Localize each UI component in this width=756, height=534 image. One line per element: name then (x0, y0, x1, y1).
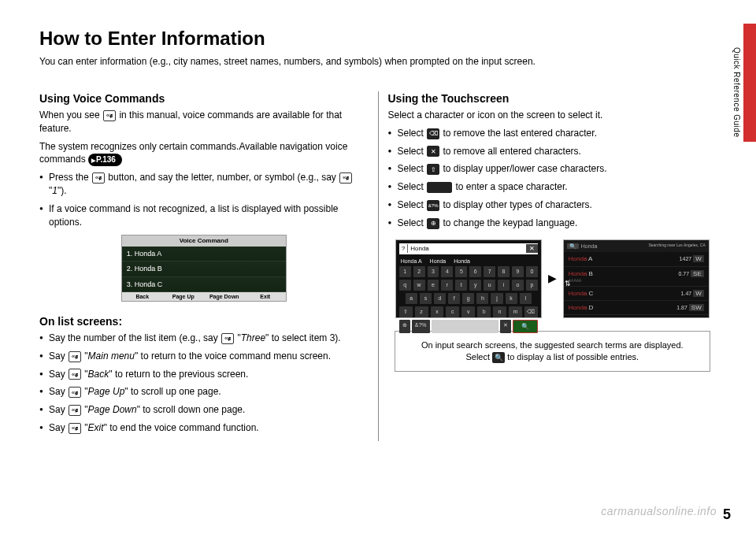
touchscreen-illustration: ? Honda ✕ Honda AHondaHonda 1234567890 q… (393, 239, 713, 318)
key: e (428, 280, 439, 291)
key: y (469, 280, 481, 291)
search-icon: 🔍 (567, 243, 579, 249)
voice-icon: «ɕ (69, 351, 81, 362)
space-icon (432, 320, 498, 333)
list-item: Say «ɕ "Exit" to end the voice command f… (39, 421, 369, 435)
vc-footer: Back Page Up Page Down Exit (122, 292, 286, 301)
voice-icon: «ɕ (92, 172, 105, 184)
key: ⌫ (524, 306, 538, 317)
vc-item: 1. Honda A (122, 247, 286, 262)
touch-item: Select &?% to display other types of cha… (388, 198, 717, 212)
touch-intro: Select a character or icon on the screen… (388, 109, 717, 122)
touch-item: Select ⇧ to display upper/lower case cha… (388, 162, 717, 176)
key: ⇧ (399, 306, 413, 317)
page-subtitle: You can enter information (e.g., city na… (39, 55, 717, 69)
key: 8 (498, 266, 510, 277)
key: k (506, 293, 517, 304)
key: 5 (455, 266, 467, 277)
touch-items: Select ⌫ to remove the last entered char… (388, 127, 717, 230)
page-number: 5 (723, 505, 731, 525)
clear-x-icon: ✕ (500, 320, 511, 333)
results-screen: 🔍Honda Searching near Los Angeles, CA ⇅ … (563, 239, 710, 318)
key: c (446, 306, 459, 317)
globe-icon: ⊕ (427, 218, 439, 229)
vc-item: 2. Honda B (122, 261, 286, 277)
voice-icon: «ɕ (69, 423, 81, 434)
voice-icon: «ɕ (221, 333, 234, 344)
arrow-icon: ▶ (548, 271, 557, 287)
key: g (462, 293, 474, 304)
voice-intro-2: The system recognizes only certain comma… (39, 140, 369, 167)
page-title: How to Enter Information (39, 25, 717, 52)
key: x (431, 306, 444, 317)
voice-command-screen: Voice Command 1. Honda A 2. Honda B 3. H… (121, 235, 287, 302)
clear-x-icon: ✕ (427, 146, 439, 157)
key-row: 1234567890 (399, 266, 538, 277)
bottom-row: ⊕ &?% ✕ 🔍 (396, 320, 541, 333)
key: z (415, 306, 428, 317)
key: o (512, 280, 524, 291)
search-icon: 🔍 (513, 320, 538, 333)
key: f (448, 293, 460, 304)
watermark: carmanualsonline.info (601, 504, 717, 520)
list-item: Say «ɕ "Page Up" to scroll up one page. (39, 385, 369, 399)
clear-x-icon: ✕ (526, 244, 538, 253)
key: p (526, 280, 538, 291)
key: m (509, 306, 522, 317)
voice-icon: «ɕ (103, 110, 116, 121)
delete-x-icon: ⌫ (427, 128, 439, 139)
key: q (399, 280, 411, 291)
key-row: qwertyuiop (399, 280, 538, 291)
right-column: Using the Touchscreen Select a character… (379, 91, 717, 440)
key: 1 (399, 266, 411, 277)
list-item: Say «ɕ "Main menu" to return to the voic… (39, 350, 369, 363)
voice-bullet-1: Press the «ɕ button, and say the letter,… (39, 171, 369, 198)
voice-icon: «ɕ (69, 369, 81, 380)
help-icon: ? (399, 244, 408, 253)
result-row: Honda A1427W (564, 252, 709, 266)
key: 9 (512, 266, 524, 277)
list-heading: On list screens: (39, 314, 369, 330)
key: 4 (441, 266, 453, 277)
key: 6 (469, 266, 481, 277)
result-row: Honda BAAAAA0.77SE (564, 267, 709, 287)
shift-icon: ⇧ (427, 164, 439, 175)
input-text: Honda (408, 244, 526, 253)
list-item: Say the number of the list item (e.g., s… (39, 332, 369, 345)
space-icon (427, 182, 452, 193)
key: l (520, 293, 532, 304)
key: d (434, 293, 446, 304)
page-link[interactable]: P.136 (88, 154, 122, 166)
cycle-icon: ⇅ (565, 279, 571, 289)
symbols-icon: &?% (427, 200, 439, 211)
voice-heading: Using Voice Commands (39, 91, 369, 107)
key-row: ⇧zxcvbnm⌫ (399, 306, 538, 317)
list-items: Say the number of the list item (e.g., s… (39, 332, 369, 435)
touch-item: Select ⊕ to change the keypad language. (388, 217, 717, 230)
key: w (413, 280, 425, 291)
key: 7 (484, 266, 495, 277)
touch-heading: Using the Touchscreen (388, 91, 717, 107)
list-item: Say «ɕ "Back" to return to the previous … (39, 368, 369, 381)
key: 2 (413, 266, 425, 277)
result-row: Honda D1.87SW (564, 301, 709, 315)
key: s (420, 293, 432, 304)
voice-icon: «ɕ (339, 172, 352, 184)
suggest-row: Honda AHondaHonda (396, 258, 541, 267)
left-column: Using Voice Commands When you see «ɕ in … (39, 91, 379, 440)
key-row: asdfghjkl (399, 293, 538, 304)
key: v (461, 306, 475, 317)
vc-title: Voice Command (122, 235, 286, 246)
voice-bullet-2: If a voice command is not recognized, a … (39, 202, 369, 229)
voice-icon: «ɕ (69, 405, 81, 416)
key: 3 (428, 266, 439, 277)
voice-intro-1: When you see «ɕ in this manual, voice co… (39, 109, 369, 135)
key: j (491, 293, 502, 304)
key: t (455, 280, 467, 291)
key: n (493, 306, 506, 317)
key: b (477, 306, 491, 317)
key: r (441, 280, 453, 291)
touch-item: Select ✕ to remove all entered character… (388, 145, 717, 158)
list-item: Say «ɕ "Page Down" to scroll down one pa… (39, 403, 369, 417)
key: a (406, 293, 417, 304)
